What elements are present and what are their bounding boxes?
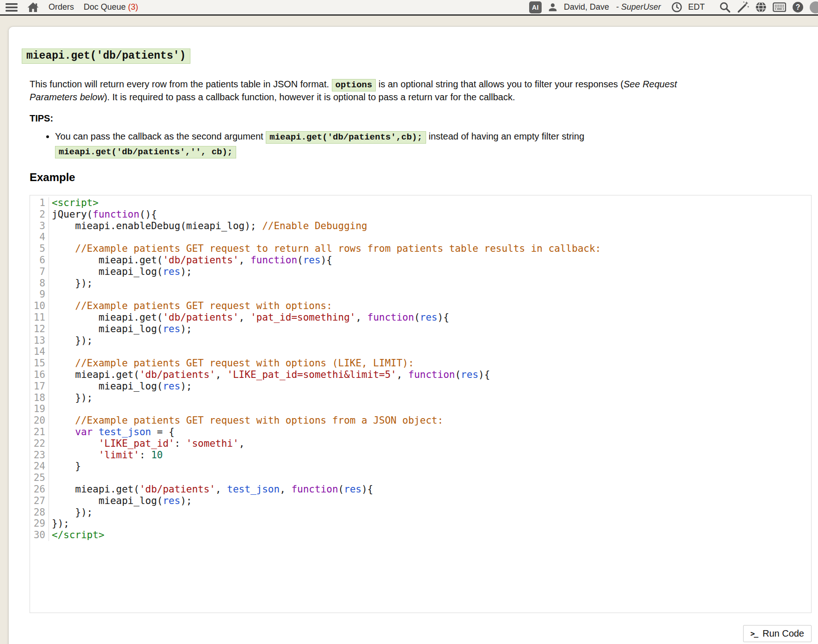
code-line: mieapi_log(res);	[52, 323, 601, 335]
code-line: mieapi.enableDebug(mieapi_log); //Enable…	[52, 220, 601, 232]
code-line: 'limit': 10	[52, 450, 601, 461]
line-number: 21	[30, 426, 45, 438]
code-line: mieapi.get('db/patients', 'pat_id=someth…	[52, 312, 601, 323]
tips-list: You can pass the callback as the second …	[30, 129, 695, 159]
line-number: 2	[30, 209, 45, 220]
code-line: mieapi.get('db/patients', 'LIKE_pat_id=s…	[52, 369, 601, 381]
terminal-prompt-icon: >_	[751, 629, 758, 638]
line-number: 25	[30, 472, 45, 484]
line-number: 14	[30, 346, 45, 358]
top-navigation-bar: Orders Doc Queue (3) AI David, Dave - Su…	[0, 0, 818, 16]
line-number: 3	[30, 220, 45, 232]
user-icon	[548, 2, 558, 12]
code-line: //Example patients GET request with opti…	[52, 415, 601, 426]
run-code-button[interactable]: >_ Run Code	[743, 625, 812, 642]
code-line: }	[52, 461, 601, 472]
line-number: 16	[30, 369, 45, 381]
tip-item: You can pass the callback as the second …	[55, 129, 695, 159]
nav-doc-queue-label: Doc Queue	[84, 2, 126, 12]
line-number: 10	[30, 300, 45, 312]
code-editor[interactable]: 1234567891011121314151617181920212223242…	[30, 195, 812, 613]
code-line: <script>	[52, 197, 601, 209]
code-line: });	[52, 507, 601, 518]
api-function-title: mieapi.get('db/patients')	[22, 49, 190, 64]
line-number: 7	[30, 266, 45, 278]
line-number: 11	[30, 312, 45, 323]
timezone-label: EDT	[688, 2, 705, 12]
code-line: });	[52, 278, 601, 289]
code-line: mieapi_log(res);	[52, 266, 601, 278]
inline-code: mieapi.get('db/patients','', cb);	[55, 146, 236, 158]
line-number: 4	[30, 231, 45, 243]
line-number: 19	[30, 403, 45, 415]
line-number: 18	[30, 392, 45, 404]
code-line: 'LIKE_pat_id': 'somethi',	[52, 438, 601, 450]
nav-orders-link[interactable]: Orders	[49, 2, 74, 12]
line-number: 6	[30, 255, 45, 266]
line-number-gutter: 1234567891011121314151617181920212223242…	[30, 197, 49, 541]
cutoff-toolbar-icon[interactable]	[810, 1, 818, 13]
code-line	[52, 346, 601, 358]
code-line: //Example patients GET request to return…	[52, 243, 601, 255]
code-line	[52, 289, 601, 300]
code-line: });	[52, 392, 601, 404]
ai-badge-icon[interactable]: AI	[529, 1, 542, 13]
code-line: });	[52, 518, 601, 529]
code-line: mieapi.get('db/patients', test_json, fun…	[52, 484, 601, 495]
text-segment: This function will return every row from…	[30, 79, 332, 89]
clock-icon[interactable]	[671, 2, 682, 12]
text-segment: ). It is required to pass a callback fun…	[104, 92, 515, 102]
line-number: 30	[30, 529, 45, 541]
code-line: mieapi_log(res);	[52, 495, 601, 507]
help-icon[interactable]: ?	[792, 1, 804, 13]
line-number: 12	[30, 323, 45, 335]
text-segment: is an optional string that allows you to…	[376, 79, 623, 89]
line-number: 22	[30, 438, 45, 450]
line-number: 13	[30, 335, 45, 346]
line-number: 26	[30, 484, 45, 495]
keyboard-icon[interactable]	[773, 2, 786, 12]
code-line: jQuery(function(){	[52, 209, 601, 220]
line-number: 28	[30, 507, 45, 518]
inline-code: mieapi.get('db/patients',cb);	[266, 131, 426, 144]
line-number: 15	[30, 358, 45, 369]
tips-heading: TIPS:	[30, 113, 818, 124]
magic-wand-icon[interactable]	[737, 1, 749, 13]
content-card: mieapi.get('db/patients') This function …	[8, 26, 818, 644]
line-number: 20	[30, 415, 45, 426]
text-segment: You can pass the callback as the second …	[55, 131, 266, 141]
code-line	[52, 472, 601, 484]
inline-code: options	[332, 79, 376, 91]
user-name[interactable]: David, Dave	[564, 2, 609, 12]
line-number: 23	[30, 450, 45, 461]
code-lines: <script>jQuery(function(){ mieapi.enable…	[49, 197, 601, 541]
text-segment: instead of having an empty filter string	[426, 131, 584, 141]
run-button-row: >_ Run Code	[30, 625, 812, 642]
search-icon[interactable]	[719, 1, 731, 13]
code-line	[52, 403, 601, 415]
line-number: 27	[30, 495, 45, 507]
user-role: - SuperUser	[616, 2, 661, 12]
code-line: </script>	[52, 529, 601, 541]
description-paragraph: This function will return every row from…	[30, 79, 723, 103]
example-heading: Example	[30, 171, 818, 184]
code-line: mieapi.get('db/patients', function(res){	[52, 255, 601, 266]
line-number: 1	[30, 197, 45, 209]
code-line: });	[52, 335, 601, 346]
line-number: 5	[30, 243, 45, 255]
globe-icon[interactable]	[755, 1, 767, 13]
hamburger-menu-icon[interactable]	[6, 3, 18, 12]
nav-doc-queue[interactable]: Doc Queue (3)	[84, 2, 138, 12]
doc-queue-count-badge: (3)	[128, 2, 138, 12]
code-line: //Example patients GET request with opti…	[52, 358, 601, 369]
code-line: var test_json = {	[52, 426, 601, 438]
line-number: 24	[30, 461, 45, 472]
code-line: //Example patients GET request with opti…	[52, 300, 601, 312]
run-code-label: Run Code	[763, 628, 804, 639]
line-number: 9	[30, 289, 45, 300]
line-number: 8	[30, 278, 45, 289]
code-line: mieapi_log(res);	[52, 381, 601, 392]
home-icon[interactable]	[27, 2, 39, 12]
line-number: 17	[30, 381, 45, 392]
line-number: 29	[30, 518, 45, 529]
